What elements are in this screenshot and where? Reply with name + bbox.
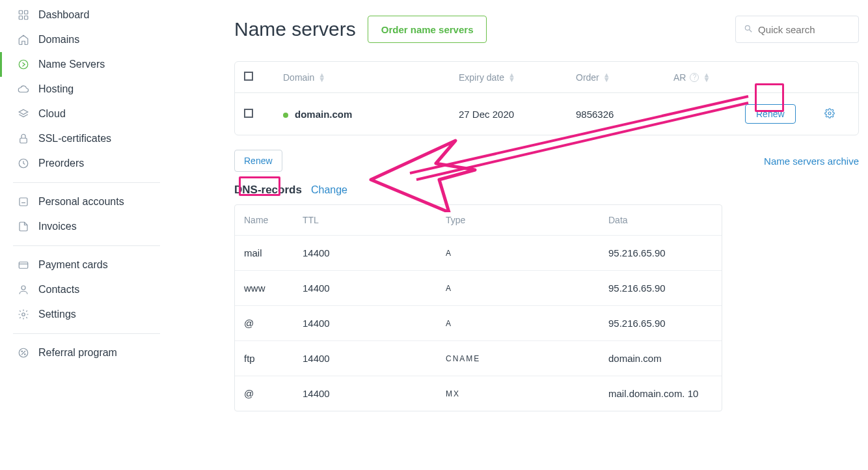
page-title: Name servers xyxy=(234,18,356,40)
dns-row: mail14400A95.216.65.90 xyxy=(235,235,722,270)
dns-ttl: 14400 xyxy=(303,283,446,294)
gear-icon xyxy=(18,309,29,320)
renew-row-button[interactable]: Renew xyxy=(745,104,796,124)
sidebar-item-label: Personal accounts xyxy=(38,196,124,208)
dns-col-name: Name xyxy=(244,215,303,225)
quick-search-input[interactable] xyxy=(758,24,850,35)
dns-type: A xyxy=(446,249,608,258)
arrow-circle-icon xyxy=(18,59,29,70)
dns-data: 95.216.65.90 xyxy=(608,283,712,294)
sidebar-item-label: Hosting xyxy=(38,83,74,95)
cloud-icon xyxy=(18,83,29,95)
dns-type: A xyxy=(446,319,608,328)
sidebar-item-preorders[interactable]: Preorders xyxy=(0,151,169,176)
dns-type: A xyxy=(446,284,608,293)
order-cell: 9856326 xyxy=(576,109,673,120)
sidebar-item-contacts[interactable]: Contacts xyxy=(0,277,169,302)
sort-icon xyxy=(318,73,323,82)
sidebar-item-label: Cloud xyxy=(38,108,66,120)
sidebar-item-domains[interactable]: Domains xyxy=(0,27,169,52)
order-name-servers-button[interactable]: Order name servers xyxy=(368,16,487,43)
col-domain[interactable]: Domain xyxy=(283,72,314,83)
col-expiry[interactable]: Expiry date xyxy=(459,72,504,83)
svg-point-10 xyxy=(21,286,25,290)
sidebar-item-label: SSL-certificates xyxy=(38,133,111,145)
sidebar-item-name-servers[interactable]: Name Servers xyxy=(0,52,169,77)
sidebar-item-label: Invoices xyxy=(38,221,77,232)
col-order[interactable]: Order xyxy=(576,72,599,83)
help-icon[interactable]: ? xyxy=(690,73,699,82)
sidebar-item-ssl-certificates[interactable]: SSL-certificates xyxy=(0,126,169,151)
sort-icon xyxy=(508,73,513,82)
svg-line-17 xyxy=(750,29,752,32)
row-checkbox[interactable] xyxy=(244,109,253,118)
dns-data: mail.domain.com. 10 xyxy=(608,388,712,399)
dns-ttl: 14400 xyxy=(303,247,446,258)
main-content: Name servers Order name servers Domain E… xyxy=(169,0,868,470)
svg-point-16 xyxy=(745,25,750,30)
quick-search-box[interactable] xyxy=(735,16,859,43)
file-icon xyxy=(18,221,29,232)
bulk-renew-button[interactable]: Renew xyxy=(234,150,282,172)
percent-icon xyxy=(18,347,29,359)
sidebar-item-label: Preorders xyxy=(38,158,84,169)
dns-records-title: DNS-records xyxy=(234,184,302,197)
sidebar-item-label: Name Servers xyxy=(38,59,105,70)
name-servers-archive-link[interactable]: Name servers archive xyxy=(764,156,859,167)
search-icon xyxy=(744,24,753,35)
card-icon xyxy=(18,259,29,271)
dns-data: 95.216.65.90 xyxy=(608,318,712,329)
domain-table: Domain Expiry date Order AR? domain.com … xyxy=(234,61,859,135)
sidebar-item-label: Dashboard xyxy=(38,9,89,21)
dns-records-table: Name TTL Type Data mail14400A95.216.65.9… xyxy=(234,204,722,411)
sort-icon xyxy=(703,73,708,82)
svg-point-4 xyxy=(19,60,28,69)
svg-rect-1 xyxy=(25,10,28,14)
dns-col-type: Type xyxy=(446,215,608,225)
dns-data: 95.216.65.90 xyxy=(608,247,712,258)
dns-row: @14400MXmail.domain.com. 10 xyxy=(235,376,722,411)
sidebar-item-label: Settings xyxy=(38,309,76,320)
sidebar-item-personal-accounts[interactable]: Personal accounts xyxy=(0,189,169,214)
dns-ttl: 14400 xyxy=(303,353,446,364)
gear-icon xyxy=(824,108,835,120)
clock-icon xyxy=(18,158,29,169)
col-ar[interactable]: AR xyxy=(673,72,686,83)
home-icon xyxy=(18,34,29,46)
row-settings-button[interactable] xyxy=(820,104,839,124)
dns-name: @ xyxy=(244,318,303,329)
sidebar-divider xyxy=(13,245,160,246)
sidebar-divider xyxy=(13,182,160,183)
sidebar-item-referral-program[interactable]: Referral program xyxy=(0,340,169,365)
svg-point-15 xyxy=(25,354,26,355)
sidebar-item-settings[interactable]: Settings xyxy=(0,302,169,327)
dns-change-link[interactable]: Change xyxy=(311,184,347,196)
sidebar-item-label: Contacts xyxy=(38,284,79,296)
dns-type: CNAME xyxy=(446,354,608,363)
sidebar: DashboardDomainsName ServersHostingCloud… xyxy=(0,0,169,470)
sidebar-item-invoices[interactable]: Invoices xyxy=(0,214,169,239)
svg-point-11 xyxy=(22,313,25,316)
status-dot-icon xyxy=(283,113,288,118)
select-all-checkbox[interactable] xyxy=(244,72,253,81)
dns-ttl: 14400 xyxy=(303,318,446,329)
sidebar-item-label: Domains xyxy=(38,34,79,46)
sidebar-item-cloud[interactable]: Cloud xyxy=(0,102,169,126)
sidebar-item-hosting[interactable]: Hosting xyxy=(0,77,169,102)
grid-icon xyxy=(18,9,29,21)
svg-rect-7 xyxy=(20,198,27,206)
svg-rect-2 xyxy=(19,16,22,20)
layers-icon xyxy=(18,108,29,120)
sidebar-item-dashboard[interactable]: Dashboard xyxy=(0,3,169,27)
dns-row: www14400A95.216.65.90 xyxy=(235,270,722,305)
svg-rect-8 xyxy=(19,262,28,269)
dns-name: mail xyxy=(244,247,303,258)
sort-icon xyxy=(603,73,608,82)
sidebar-item-label: Payment cards xyxy=(38,259,108,271)
dns-col-ttl: TTL xyxy=(303,215,446,225)
dns-ttl: 14400 xyxy=(303,388,446,399)
dns-row: @14400A95.216.65.90 xyxy=(235,305,722,340)
dns-row: ftp14400CNAMEdomain.com xyxy=(235,340,722,376)
sidebar-item-payment-cards[interactable]: Payment cards xyxy=(0,253,169,277)
user-icon xyxy=(18,284,29,296)
